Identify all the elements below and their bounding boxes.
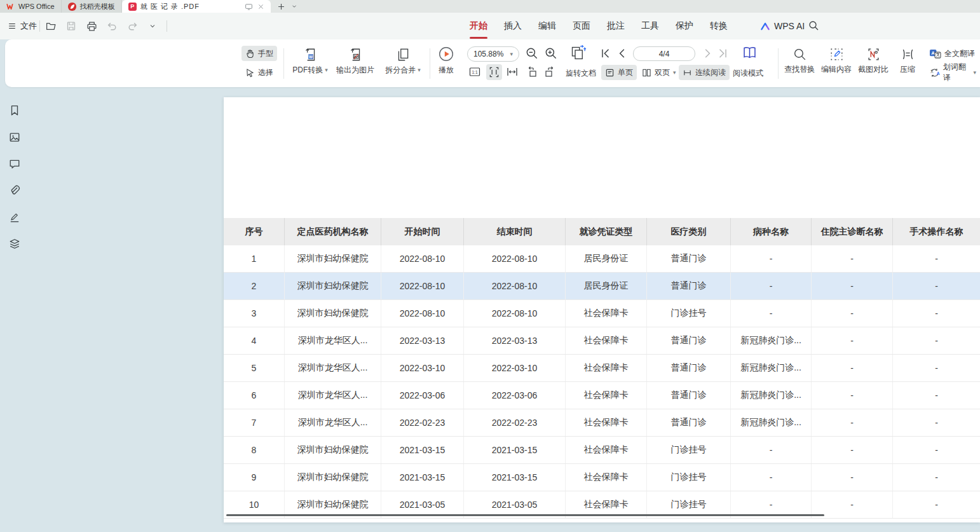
table-row[interactable]: 4深圳市龙华区人...2022-03-132022-03-13社会保障卡普通门诊… — [224, 327, 980, 355]
read-mode-label[interactable]: 阅读模式 — [733, 68, 763, 79]
single-page-button[interactable]: 单页 — [601, 65, 637, 80]
table-cell: 2022-08-10 — [464, 300, 566, 327]
tab-docer[interactable]: 找稻壳模板 — [62, 0, 122, 13]
table-cell: 普通门诊 — [647, 409, 731, 436]
save-icon[interactable] — [65, 20, 78, 32]
svg-text:1:1: 1:1 — [472, 70, 477, 74]
records-table: 序号定点医药机构名称开始时间结束时间就诊凭证类型医疗类别病种名称住院主诊断名称手… — [224, 218, 980, 519]
edit-content-button[interactable]: 编辑内容 — [819, 47, 854, 75]
column-header: 病种名称 — [731, 218, 812, 245]
table-cell: 普通门诊 — [647, 273, 731, 299]
zoom-out-button[interactable] — [525, 46, 539, 60]
ribbon-tab-insert[interactable]: 插入 — [503, 20, 523, 32]
fit-width-button[interactable] — [506, 65, 519, 78]
table-cell: - — [893, 409, 980, 436]
open-file-icon[interactable] — [44, 20, 57, 32]
table-cell: 深圳市妇幼保健院 — [285, 245, 381, 272]
wps-ai-button[interactable]: WPS AI — [760, 13, 805, 39]
table-cell: 新冠肺炎门诊... — [731, 355, 812, 381]
ribbon-tab-page[interactable]: 页面 — [571, 20, 592, 32]
split-merge-button[interactable]: 拆分合并▾ — [379, 47, 427, 76]
double-page-button[interactable]: 双页 ▾ — [638, 65, 680, 80]
find-replace-button[interactable]: 查找替换 — [782, 47, 817, 75]
zoom-in-button[interactable] — [544, 46, 558, 60]
table-row[interactable]: 1深圳市妇幼保健院2022-08-102022-08-10居民身份证普通门诊--… — [224, 245, 980, 273]
pdf-convert-button[interactable]: W PDF转换▾ — [287, 47, 333, 76]
table-cell: 深圳市妇幼保健院 — [285, 273, 381, 299]
table-cell: 社会保障卡 — [566, 409, 647, 436]
tab-document[interactable]: P 就 医 记 录 .PDF — [122, 0, 271, 13]
ribbon-tab-edit[interactable]: 编辑 — [537, 20, 557, 32]
previous-page-button[interactable] — [616, 48, 628, 59]
read-mode-icon[interactable] — [741, 44, 758, 62]
find-replace-label: 查找替换 — [784, 64, 815, 75]
rotate-left-button[interactable] — [525, 65, 538, 78]
table-row[interactable]: 3深圳市妇幼保健院2022-08-102022-08-10社会保障卡门诊挂号--… — [224, 300, 980, 327]
attachment-panel-icon[interactable] — [8, 184, 22, 198]
rotate-doc-label[interactable]: 旋转文档 — [566, 68, 596, 79]
quickbar-chevron-icon[interactable] — [146, 20, 159, 32]
table-row[interactable]: 7深圳市龙华区人...2022-02-232022-02-23社会保障卡普通门诊… — [224, 409, 980, 437]
layers-panel-icon[interactable] — [8, 237, 22, 251]
first-page-button[interactable] — [600, 48, 611, 59]
bookmark-panel-icon[interactable] — [8, 104, 22, 118]
file-menu-button[interactable]: 文件 — [8, 13, 37, 39]
zoom-level-combo[interactable]: 105.88% ▾ — [467, 46, 519, 62]
full-translate-button[interactable]: A 全文翻译 — [925, 46, 979, 61]
print-icon[interactable] — [85, 20, 98, 32]
column-header: 手术操作名称 — [893, 218, 980, 245]
tab-wps-office[interactable]: WPS Office — [0, 0, 62, 13]
ribbon-tab-protect[interactable]: 保护 — [674, 20, 695, 32]
screenshot-compare-button[interactable]: 截图对比 — [855, 47, 891, 75]
table-cell: 2022-03-06 — [464, 382, 566, 409]
comment-panel-icon[interactable] — [8, 157, 22, 171]
hand-tool-button[interactable]: 手型 — [242, 46, 277, 61]
fit-page-button[interactable] — [486, 64, 502, 80]
table-row[interactable]: 9深圳市妇幼保健院2021-03-152021-03-15社会保障卡门诊挂号--… — [224, 464, 980, 491]
table-cell: 门诊挂号 — [647, 464, 731, 491]
single-page-label: 单页 — [618, 67, 633, 78]
organize-pages-button[interactable] — [569, 44, 587, 62]
table-row[interactable]: 6深圳市龙华区人...2022-03-062022-03-06社会保障卡普通门诊… — [224, 382, 980, 409]
table-cell: - — [812, 355, 893, 381]
compress-button[interactable]: 压缩 — [894, 47, 922, 75]
table-cell: 新冠肺炎门诊... — [731, 327, 812, 354]
undo-icon[interactable] — [105, 20, 118, 32]
redo-icon[interactable] — [126, 20, 139, 32]
svg-text:W: W — [309, 55, 313, 59]
menu-search-icon[interactable] — [808, 20, 819, 31]
table-row[interactable]: 5深圳市龙华区人...2022-03-102022-03-10社会保障卡普通门诊… — [224, 355, 980, 382]
monitor-icon[interactable] — [245, 3, 253, 11]
table-cell: 社会保障卡 — [566, 437, 647, 463]
single-page-icon — [605, 68, 615, 78]
new-tab-icon[interactable] — [277, 3, 285, 11]
play-button[interactable]: 播放 — [433, 46, 459, 76]
actual-size-button[interactable]: 1:1 — [468, 65, 481, 78]
ribbon-tab-comment[interactable]: 批注 — [606, 20, 626, 32]
table-cell: 7 — [224, 409, 285, 436]
table-row[interactable]: 2深圳市妇幼保健院2022-08-102022-08-10居民身份证普通门诊--… — [224, 273, 980, 300]
ribbon-tab-tools[interactable]: 工具 — [640, 20, 660, 32]
thumbnail-panel-icon[interactable] — [8, 130, 22, 144]
select-tool-button[interactable]: 选择 — [242, 65, 277, 80]
continuous-reading-button[interactable]: 连续阅读 — [679, 65, 730, 80]
next-page-button[interactable] — [702, 48, 713, 59]
table-cell: 8 — [224, 437, 285, 463]
table-cell: - — [893, 273, 980, 299]
table-cell: 2022-08-10 — [381, 300, 464, 327]
horizontal-scrollbar[interactable] — [226, 514, 824, 516]
word-translate-label: 划词翻译 — [943, 62, 970, 83]
signature-panel-icon[interactable] — [8, 210, 22, 224]
last-page-button[interactable] — [717, 48, 728, 59]
table-cell: 2022-08-10 — [381, 245, 464, 272]
close-tab-icon[interactable] — [257, 3, 264, 10]
word-translate-button[interactable]: A文 划词翻译 ▾ — [925, 65, 980, 80]
tab-list-chevron-icon[interactable] — [291, 3, 297, 10]
page-indicator-box[interactable]: 4/4 — [633, 46, 695, 61]
rotate-right-button[interactable] — [544, 65, 557, 78]
ribbon-tab-convert[interactable]: 转换 — [709, 20, 729, 32]
pdf-page[interactable]: 序号定点医药机构名称开始时间结束时间就诊凭证类型医疗类别病种名称住院主诊断名称手… — [224, 97, 980, 522]
ribbon-tab-home[interactable]: 开始 — [468, 20, 489, 32]
table-row[interactable]: 8深圳市妇幼保健院2021-03-152021-03-15社会保障卡门诊挂号--… — [224, 437, 980, 464]
export-image-button[interactable]: 输出为图片 — [331, 47, 379, 76]
